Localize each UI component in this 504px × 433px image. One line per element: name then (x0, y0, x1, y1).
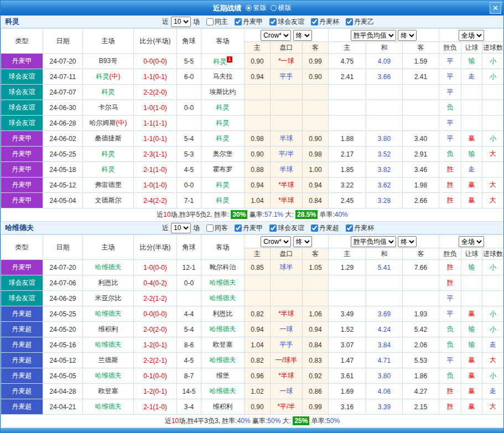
asia-away-odds (303, 100, 329, 116)
league-checkbox-0-2[interactable]: 丹麦杯 (311, 17, 339, 27)
result-handicap (461, 100, 482, 116)
column-header: 主场 (83, 29, 134, 54)
result-win-draw-loss: 胜 (439, 384, 461, 399)
league-type-badge: 丹麦甲 (1, 162, 43, 178)
league-checkbox-0-0[interactable]: 丹麦甲 (235, 17, 263, 27)
league-checkbox-input[interactable] (346, 18, 353, 25)
euro-home-odds (329, 275, 366, 291)
euro-draw-odds (366, 85, 403, 100)
asia-away-odds: 0.92 (303, 368, 329, 384)
same-venue-checkbox-input[interactable] (206, 18, 214, 25)
match-row: 球会友谊 24-07-07 科灵 2-2(2-0) 埃斯比约 平 (1, 85, 504, 100)
league-checkbox-input[interactable] (346, 225, 353, 232)
score: 2-4(2-2) (134, 193, 177, 208)
euro-avg-select[interactable]: 胜平负均值 (351, 30, 396, 41)
result-goals: 小 (482, 368, 504, 384)
league-checkbox-input[interactable] (269, 18, 277, 25)
scope-select[interactable]: 全场 (459, 30, 484, 41)
asia-away-odds: 0.90 (303, 131, 329, 147)
scope-select[interactable]: 全场 (459, 236, 484, 247)
match-count-select[interactable]: 10 (171, 223, 191, 233)
handicap-line: 一/球半 (271, 353, 303, 368)
result-win-draw-loss: 平 (439, 306, 461, 322)
euro-draw-odds (366, 291, 403, 306)
corner-score: 4-5 (177, 162, 201, 178)
match-date: 24-05-12 (43, 178, 83, 193)
same-venue-checkbox[interactable]: 同主 (206, 17, 228, 27)
summary-badge: 28.5% (295, 210, 318, 219)
title-group: 近期战绩 竖版 横版 (213, 3, 292, 13)
euro-odds-header: 主 (329, 248, 366, 260)
league-checkbox-0-3[interactable]: 丹麦乙 (346, 17, 374, 27)
away-team: 哈维德夫 (201, 275, 245, 291)
result-goals: 大 (482, 147, 504, 162)
handicap-line (271, 275, 303, 291)
asia-final-select[interactable]: 终 (293, 236, 312, 247)
scope-filter-cell: 全场 (439, 235, 504, 248)
euro-avg-select[interactable]: 胜平负均值 (351, 236, 396, 247)
result-handicap: 输 (461, 337, 482, 353)
match-date: 24-06-28 (43, 116, 83, 131)
layout-horizontal-radio[interactable]: 横版 (271, 3, 292, 13)
euro-final-select[interactable]: 终 (398, 30, 417, 41)
bookmaker-select[interactable]: Crow* (261, 30, 291, 41)
corner-score: 0-0 (177, 178, 201, 193)
sections-container: 科灵 近 10 场 同主 丹麦甲 球会友谊 (1, 15, 503, 428)
home-team: 卡尔马 (83, 100, 134, 116)
close-icon[interactable]: ✕ (490, 2, 501, 14)
match-date: 24-05-25 (43, 147, 83, 162)
euro-away-odds: 7.66 (403, 260, 439, 275)
asia-away-odds: 0.84 (303, 193, 329, 208)
euro-away-odds: 2.66 (403, 193, 439, 208)
league-checkbox-input[interactable] (311, 225, 318, 232)
match-row: 丹麦超 24-05-05 哈维德夫 0-1(0-0) 8-7 维堡 0.96 *… (1, 368, 504, 384)
euro-away-odds (403, 85, 439, 100)
asia-away-odds: 1.00 (303, 162, 329, 178)
match-row: 球会友谊 24-07-11 科灵(中) 1-1(0-1) 6-0 马夫拉 0.9… (1, 69, 504, 85)
away-team: 科灵1 (201, 54, 245, 69)
asia-away-odds (303, 85, 329, 100)
asia-final-select[interactable]: 终 (293, 30, 312, 41)
column-header: 日期 (43, 29, 83, 54)
asia-home-odds: 1.04 (245, 193, 271, 208)
home-team: 利恩比 (83, 275, 134, 291)
euro-odds-header: 客 (403, 248, 439, 260)
euro-odds-header: 主 (329, 42, 366, 54)
result-header: 进球数 (482, 248, 504, 260)
euro-draw-odds (366, 100, 403, 116)
away-team: 哈维德夫 (201, 353, 245, 368)
handicap-line: 一球 (271, 384, 303, 399)
asia-away-odds: 0.99 (303, 54, 329, 69)
league-type-badge: 丹麦超 (1, 306, 43, 322)
euro-draw-odds: 3.69 (366, 306, 403, 322)
league-checkbox-1-3[interactable]: 丹麦杯 (346, 223, 374, 233)
handicap-line (271, 85, 303, 100)
home-team: 科灵 (83, 85, 134, 100)
home-team: 哈维德夫 (83, 368, 134, 384)
league-checkbox-1-2[interactable]: 丹麦超 (311, 223, 339, 233)
league-checkbox-0-1[interactable]: 球会友谊 (269, 17, 304, 27)
score: 0-0(0-0) (134, 54, 177, 69)
layout-vertical-radio[interactable]: 竖版 (246, 3, 267, 13)
match-count-select[interactable]: 10 (171, 17, 191, 27)
match-row: 丹麦超 24-05-16 哈维德夫 1-2(0-1) 8-6 欧登塞 1.04 … (1, 337, 504, 353)
corner-score: 5-3 (177, 147, 201, 162)
league-checkbox-input[interactable] (235, 18, 242, 25)
asia-home-odds: 0.82 (245, 306, 271, 322)
euro-final-select[interactable]: 终 (398, 236, 417, 247)
handicap-line: 平手 (271, 337, 303, 353)
result-win-draw-loss: 平 (439, 69, 461, 85)
match-date: 24-07-06 (43, 275, 83, 291)
same-venue-checkbox[interactable]: 同客 (206, 223, 228, 233)
result-handicap: 赢 (461, 178, 482, 193)
bookmaker-select[interactable]: Crow* (261, 236, 291, 247)
league-checkbox-1-1[interactable]: 球会友谊 (269, 223, 304, 233)
league-checkbox-input[interactable] (235, 225, 242, 232)
asia-home-odds: 0.98 (245, 131, 271, 147)
league-checkbox-input[interactable] (311, 18, 318, 25)
euro-draw-odds: 3.82 (366, 162, 403, 178)
league-checkbox-input[interactable] (269, 225, 277, 232)
league-checkbox-1-0[interactable]: 丹麦甲 (235, 223, 263, 233)
score: 1-1(0-1) (134, 131, 177, 147)
same-venue-checkbox-input[interactable] (206, 225, 214, 232)
